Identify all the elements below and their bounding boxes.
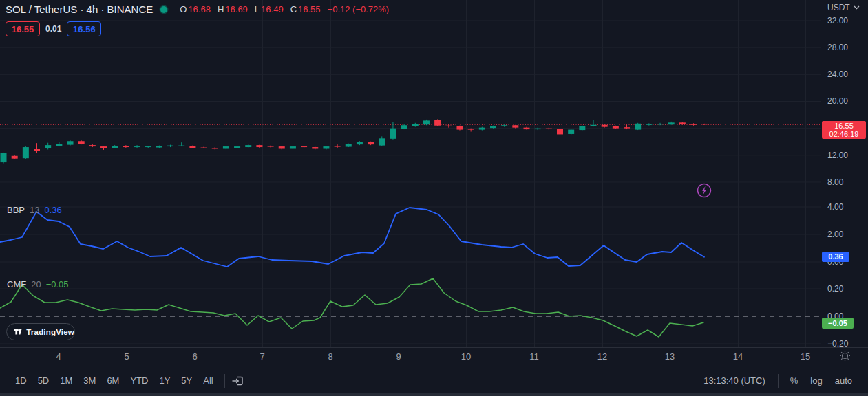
date-tick-label: 10	[461, 351, 471, 362]
toolbar-divider	[224, 374, 225, 388]
bbp-line	[0, 208, 704, 267]
log-scale-button[interactable]: log	[804, 373, 828, 388]
last-price-badge: 16.55 02:46:19	[822, 121, 866, 139]
price-tick-label: 20.00	[827, 96, 848, 106]
market-status-icon[interactable]	[159, 5, 169, 14]
candle	[579, 126, 585, 130]
candle	[312, 147, 318, 148]
candle	[635, 124, 641, 130]
candle	[279, 146, 285, 148]
candle	[123, 146, 129, 147]
range-button-5y[interactable]: 5Y	[176, 373, 198, 388]
window-bottom-edge	[0, 393, 868, 396]
candle	[568, 130, 574, 134]
price-tick-label: 12.00	[827, 151, 848, 160]
low-label: L	[255, 4, 260, 14]
chart-legend: SOL / TetherUS · 4h · BINANCE O16.68 H16…	[6, 3, 389, 15]
candle	[445, 126, 452, 126]
close-value: 16.55	[298, 4, 321, 14]
price-tick-label: 24.00	[827, 69, 848, 79]
chevron-down-icon	[854, 6, 860, 10]
candle	[501, 125, 507, 126]
bbp-value-badge: 0.36	[822, 252, 849, 262]
bbp-value: 0.36	[44, 205, 61, 215]
candle	[523, 128, 529, 129]
auto-scale-button[interactable]: auto	[829, 373, 858, 388]
date-tick-label: 13	[665, 351, 675, 362]
percent-scale-button[interactable]: %	[784, 373, 805, 388]
candle	[434, 120, 441, 125]
go-to-date-icon[interactable]	[231, 374, 244, 388]
range-button-ytd[interactable]: YTD	[125, 373, 154, 388]
candle	[223, 146, 229, 148]
symbol-title[interactable]: SOL / TetherUS · 4h · BINANCE	[6, 3, 153, 15]
cmf-param: 20	[31, 279, 41, 289]
candle	[301, 146, 307, 147]
range-button-all[interactable]: All	[198, 373, 218, 388]
bbp-param: 13	[30, 205, 39, 215]
candle	[690, 124, 697, 124]
tradingview-logo-text: TradingView	[26, 328, 74, 336]
bbp-tick-label: 2.00	[827, 230, 844, 239]
candle	[100, 146, 107, 148]
candle	[145, 146, 151, 147]
range-button-5d[interactable]: 5D	[32, 373, 55, 388]
lightning-icon[interactable]	[697, 183, 712, 198]
candle	[201, 148, 207, 148]
candle-countdown: 02:46:19	[822, 130, 866, 138]
tradingview-chart-window: 32.0028.0024.0020.0016.0012.008.004.002.…	[0, 0, 868, 396]
range-button-1y[interactable]: 1Y	[154, 373, 176, 388]
range-button-3m[interactable]: 3M	[78, 373, 101, 388]
open-label: O	[180, 4, 187, 14]
candle	[212, 148, 218, 148]
cmf-value-badge: −0.05	[822, 318, 854, 329]
date-tick-label: 5	[124, 351, 129, 362]
candle	[456, 126, 463, 130]
date-tick-label: 4	[56, 351, 61, 362]
candle	[23, 147, 29, 158]
tradingview-logo[interactable]: TradingView	[6, 323, 75, 340]
clock[interactable]: 13:13:40 (UTC)	[703, 375, 772, 386]
candle	[245, 145, 251, 147]
cmf-name: CMF	[7, 279, 26, 289]
cmf-legend[interactable]: CMF 20 −0.05	[7, 279, 69, 289]
range-button-1m[interactable]: 1M	[54, 373, 78, 388]
date-tick-label: 6	[192, 351, 197, 362]
candle	[602, 125, 608, 127]
date-tick-label: 8	[328, 351, 332, 362]
candle	[78, 141, 85, 144]
candle	[557, 129, 563, 135]
price-chart-canvas[interactable]: 32.0028.0024.0020.0016.0012.008.004.002.…	[0, 0, 868, 368]
range-button-6m[interactable]: 6M	[101, 373, 125, 388]
sell-button[interactable]: 16.55	[6, 21, 40, 36]
range-button-1d[interactable]: 1D	[10, 373, 32, 388]
toolbar-divider	[778, 374, 779, 388]
candle	[668, 122, 675, 124]
candle	[256, 145, 262, 147]
bbp-tick-label: 4.00	[827, 202, 844, 212]
quote-row: 16.55 0.01 16.56	[6, 21, 101, 36]
bbp-name: BBP	[7, 205, 25, 215]
candle	[290, 146, 296, 148]
sun-icon[interactable]	[839, 350, 851, 362]
candle	[45, 145, 51, 148]
price-tick-label: 8.00	[827, 177, 844, 187]
candle	[1, 153, 7, 162]
bottom-toolbar: 1D5D1M3M6MYTD1Y5YAll 13:13:40 (UTC) % lo…	[0, 369, 868, 392]
candle	[34, 149, 40, 151]
cmf-line	[0, 278, 703, 337]
candle	[56, 144, 62, 146]
bbp-legend[interactable]: BBP 13 0.36	[7, 205, 62, 215]
buy-button[interactable]: 16.56	[67, 21, 101, 36]
candle	[535, 129, 541, 129]
open-value: 16.68	[188, 4, 211, 14]
candle	[401, 125, 407, 129]
candle	[234, 146, 240, 148]
date-tick-label: 11	[529, 351, 539, 362]
candle	[624, 127, 630, 128]
change-value: −0.12 (−0.72%)	[328, 4, 390, 14]
cmf-tick-label: −0.20	[827, 339, 849, 349]
currency-selector[interactable]: USDT	[827, 3, 860, 12]
candle	[112, 146, 118, 148]
candle	[646, 124, 652, 125]
